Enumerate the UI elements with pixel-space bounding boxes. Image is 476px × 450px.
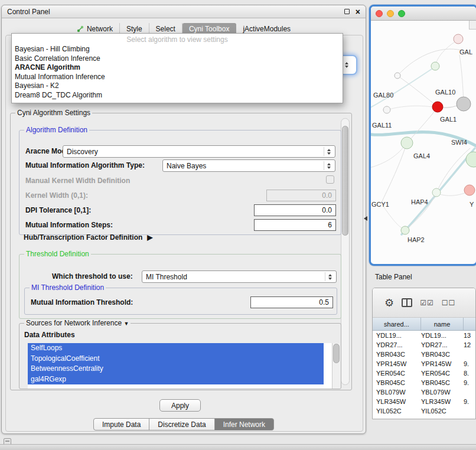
aracne-mode-combobox[interactable]: Discovery: [63, 145, 335, 158]
mi-type-combobox[interactable]: Naive Bayes: [162, 159, 335, 172]
table-row[interactable]: YLR345WYLR345W9.: [373, 397, 475, 406]
node-label: GAL11: [372, 122, 392, 129]
network-node[interactable]: [395, 73, 400, 79]
table-cell: YBR043C: [421, 351, 464, 358]
table-cell: YBL079W: [373, 389, 421, 396]
network-edge: [387, 106, 432, 110]
mi-threshold-input[interactable]: 0.5: [250, 296, 333, 308]
float-window-icon[interactable]: [344, 9, 350, 14]
column-header-shared-name[interactable]: shared...: [373, 318, 421, 330]
network-node[interactable]: [464, 185, 475, 195]
settings-legend: Cyni Algorithm Settings: [15, 109, 92, 117]
network-node[interactable]: [466, 152, 476, 167]
tab-discretize-data[interactable]: Discretize Data: [149, 418, 214, 431]
columns-icon[interactable]: [402, 298, 412, 307]
column-header-extra[interactable]: [464, 318, 475, 330]
node-label: Y: [470, 201, 474, 208]
column-header-name[interactable]: name: [421, 318, 464, 330]
table-row[interactable]: YBL079WYBL079W: [373, 387, 475, 397]
table-cell: YLR345W: [373, 398, 421, 405]
network-tab-icon: [77, 25, 84, 32]
table-cell: 9.: [464, 360, 475, 367]
attribute-item[interactable]: SelfLoops: [28, 343, 324, 354]
close-button[interactable]: [376, 10, 383, 17]
algorithm-option[interactable]: Bayesian - K2: [12, 81, 343, 91]
manual-kernel-checkbox[interactable]: [326, 175, 334, 184]
table-row[interactable]: YBR045CYBR045C9.: [373, 378, 475, 387]
hub-definition-toggle[interactable]: Hub/Transcription Factor Definition ▶: [24, 233, 153, 242]
network-node[interactable]: [401, 137, 413, 149]
table-row[interactable]: YDR27...YDR27...12: [373, 340, 475, 350]
algorithm-option[interactable]: ARACNE Algorithm: [12, 63, 343, 73]
table-panel-window: ⚙ ☑☑ ☐☐ shared... name YDL19...YDL19...1…: [372, 288, 476, 419]
sources-legend[interactable]: Sources for Network Inference ▼: [24, 319, 131, 327]
network-node[interactable]: [432, 188, 441, 197]
mi-threshold-legend: MI Threshold Definition: [30, 283, 106, 292]
network-node[interactable]: [432, 102, 443, 112]
table-row[interactable]: YER054CYER054C8.: [373, 369, 475, 378]
attributes-scrollbar-thumb[interactable]: [333, 344, 340, 363]
control-panel-titlebar[interactable]: Control Panel ×: [2, 5, 366, 18]
attribute-item[interactable]: BetweennessCentrality: [28, 364, 324, 374]
dpi-tolerance-input[interactable]: 0.0: [254, 204, 336, 216]
combobox-value: Naive Bayes: [167, 162, 206, 170]
settings-scrollbar-thumb[interactable]: [342, 126, 348, 236]
network-graph[interactable]: GALGAL80GAL10GAL11GAL1SWI4GAL4GCY1HAP4YH…: [371, 21, 476, 264]
tab-infer-network[interactable]: Infer Network: [214, 418, 274, 431]
network-edge: [382, 143, 407, 203]
table-cell: YIL052C: [421, 407, 464, 415]
input-value: 0.5: [319, 298, 329, 306]
apply-button[interactable]: Apply: [159, 399, 201, 412]
attributes-scrollbar[interactable]: [332, 343, 340, 389]
algorithm-option[interactable]: Mutual Information Inference: [12, 73, 343, 82]
mi-steps-input[interactable]: 6: [254, 219, 336, 231]
tab-label: jActiveModules: [243, 25, 291, 33]
network-node[interactable]: [383, 106, 390, 113]
network-node[interactable]: [457, 97, 471, 111]
table-toolbar: ⚙ ☑☑ ☐☐: [373, 288, 475, 318]
input-value: 0.0: [322, 206, 332, 214]
settings-scrollbar[interactable]: [341, 118, 350, 385]
algorithm-option[interactable]: Basic Correlation Inference: [12, 54, 343, 64]
input-value: 6: [328, 221, 332, 229]
which-threshold-label: Which threshold to use:: [52, 272, 133, 281]
table-cell: YBR045C: [373, 379, 421, 386]
tab-label: Select: [156, 25, 175, 33]
node-label: GAL1: [440, 116, 457, 123]
attribute-item[interactable]: gal4RGexp: [28, 374, 324, 385]
attribute-item[interactable]: TopologicalCoefficient: [28, 354, 324, 364]
algorithm-option[interactable]: Bayesian - Hill Climbing: [12, 45, 343, 54]
table-row[interactable]: YPR145WYPR145W9.: [373, 359, 475, 369]
network-node[interactable]: [454, 34, 463, 44]
clear-all-checkboxes-icon[interactable]: ☐☐: [442, 299, 456, 307]
zoom-button[interactable]: [398, 10, 405, 17]
close-icon[interactable]: ×: [356, 9, 360, 15]
which-threshold-combobox[interactable]: MI Threshold: [142, 270, 337, 283]
network-node[interactable]: [431, 62, 439, 70]
select-all-checkboxes-icon[interactable]: ☑☑: [420, 299, 434, 307]
node-label: HAP4: [411, 198, 428, 206]
node-label: GCY1: [371, 201, 389, 208]
kernel-width-input[interactable]: 0.0: [266, 190, 336, 201]
minimize-button[interactable]: [387, 10, 394, 17]
algorithm-option[interactable]: Dream8 DC_TDC Algorithm: [12, 91, 343, 100]
split-pane-collapse-icon[interactable]: [364, 216, 367, 221]
gear-icon[interactable]: ⚙: [384, 298, 394, 308]
network-window-titlebar[interactable]: [371, 6, 476, 21]
table-row[interactable]: YIL052CYIL052C: [373, 406, 475, 416]
table-row[interactable]: YDL19...YDL19...13: [373, 331, 475, 340]
tab-label: Infer Network: [223, 420, 265, 429]
network-edge: [436, 148, 470, 193]
node-label: SWI4: [451, 139, 467, 146]
node-label: HAP2: [407, 236, 425, 243]
graph-scroll-corner: [469, 21, 476, 30]
tab-impute-data[interactable]: Impute Data: [93, 418, 149, 431]
mi-threshold-definition-group: MI Threshold Definition Mutual Informati…: [24, 288, 337, 315]
algorithm-definition-legend: Algorithm Definition: [24, 126, 89, 134]
table-cell: YLR345W: [421, 398, 464, 405]
network-edge: [371, 145, 405, 168]
tab-label: Impute Data: [102, 420, 141, 429]
table-row[interactable]: YBR043CYBR043C: [373, 350, 475, 359]
network-node[interactable]: [401, 226, 409, 234]
threshold-definition-legend: Threshold Definition: [24, 250, 91, 258]
